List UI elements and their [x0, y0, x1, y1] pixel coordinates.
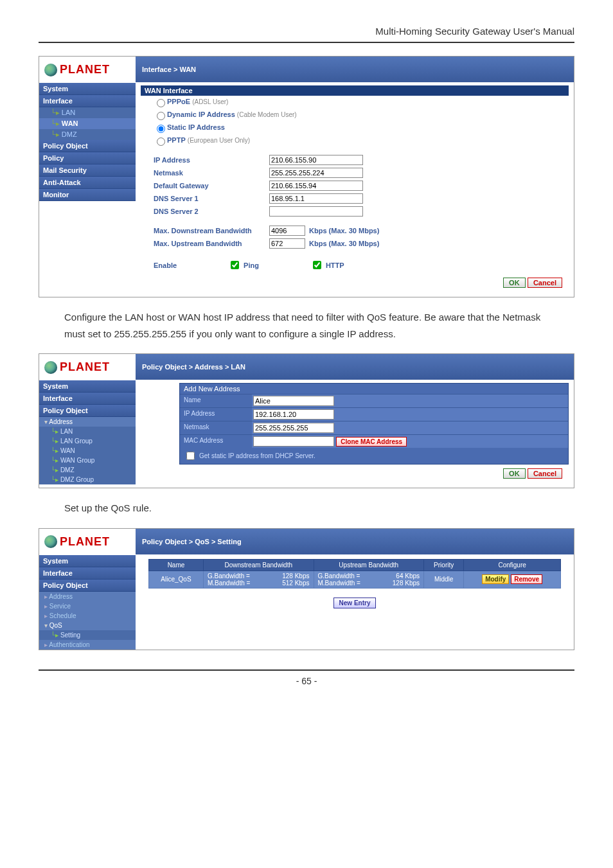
nav-service[interactable]: ▸ Service: [39, 601, 136, 611]
doc-header: Multi-Homing Security Gateway User's Man…: [39, 26, 574, 43]
label-name: Name: [180, 394, 252, 407]
col-priority: Priority: [424, 559, 464, 571]
cell-priority: Middle: [424, 571, 464, 588]
col-name: Name: [149, 559, 204, 571]
nav-policy-object[interactable]: Policy Object: [39, 405, 136, 417]
input-ip-address[interactable]: [269, 155, 363, 165]
nav-interface[interactable]: Interface: [39, 393, 136, 405]
screenshot-qos-setting: PLANET Policy Object > QoS > Setting Sys…: [39, 528, 574, 650]
nav-policy-object[interactable]: Policy Object: [39, 140, 136, 152]
nav-addr-wangroup[interactable]: └▸ WAN Group: [39, 456, 136, 465]
nav-address[interactable]: ▾ Address: [39, 417, 136, 427]
input-netmask[interactable]: [269, 168, 363, 178]
nav-mail-security[interactable]: Mail Security: [39, 164, 136, 177]
nav-system[interactable]: System: [39, 555, 136, 567]
table-row: Alice_QoS G.Bandwidth =128 Kbps M.Bandwi…: [149, 571, 561, 588]
page-number: - 65 -: [39, 669, 574, 686]
screenshot-wan-interface: PLANET Interface > WAN System Interface …: [39, 56, 574, 297]
label-default-gateway: Default Gateway: [154, 182, 269, 190]
breadcrumb: Interface > WAN: [136, 57, 574, 82]
nav-addr-lan[interactable]: └▸ LAN: [39, 427, 136, 436]
label-http: HTTP: [326, 261, 344, 269]
checkbox-http[interactable]: [313, 261, 321, 269]
nav-qos-setting[interactable]: └▸ Setting: [39, 630, 136, 640]
qos-table: Name Downstream Bandwidth Upstream Bandw…: [148, 559, 561, 589]
globe-icon: [44, 535, 57, 548]
unit-up: Kbps (Max. 30 Mbps): [309, 240, 379, 247]
input-netmask2[interactable]: [253, 423, 334, 433]
input-max-up[interactable]: [269, 238, 305, 249]
nav-authentication[interactable]: ▸ Authentication: [39, 640, 136, 650]
label-ping: Ping: [244, 261, 259, 269]
nav-system[interactable]: System: [39, 83, 136, 95]
radio-dynamic-ip[interactable]: Dynamic IP Address (Cable Modem User): [141, 109, 569, 121]
input-dns2[interactable]: [269, 206, 363, 217]
modify-button[interactable]: Modify: [482, 574, 509, 584]
screenshot-add-address: PLANET Policy Object > Address > LAN Sys…: [39, 353, 574, 488]
input-default-gateway[interactable]: [269, 181, 363, 191]
nav-addr-wan[interactable]: └▸ WAN: [39, 446, 136, 456]
input-mac[interactable]: [253, 436, 334, 447]
label-dns1: DNS Server 1: [154, 195, 269, 202]
input-dns1[interactable]: [269, 193, 363, 204]
clone-mac-button[interactable]: Clone MAC Address: [336, 437, 407, 447]
radio-static-ip[interactable]: Static IP Address: [141, 121, 569, 134]
label-enable: Enable: [154, 261, 177, 269]
remove-button[interactable]: Remove: [511, 574, 542, 584]
cancel-button[interactable]: Cancel: [528, 468, 562, 479]
nav-interface[interactable]: Interface: [39, 95, 136, 107]
label-ipaddr: IP Address: [180, 408, 252, 421]
label-max-up: Max. Upstream Bandwidth: [154, 240, 269, 247]
body-text-2: Set up the QoS rule.: [39, 500, 574, 517]
nav-anti-attack[interactable]: Anti-Attack: [39, 177, 136, 189]
cell-down: G.Bandwidth =128 Kbps M.Bandwidth =512 K…: [203, 571, 314, 588]
nav-monitor[interactable]: Monitor: [39, 189, 136, 201]
label-netmask: Netmask: [180, 421, 252, 434]
input-name[interactable]: [253, 396, 334, 406]
checkbox-dhcp[interactable]: [186, 452, 195, 460]
nav-system[interactable]: System: [39, 380, 136, 393]
radio-pptp[interactable]: PPTP (European User Only): [141, 134, 569, 147]
ok-button[interactable]: OK: [503, 468, 526, 479]
nav-addr-dmz[interactable]: └▸ DMZ: [39, 465, 136, 475]
logo-text: PLANET: [60, 360, 110, 374]
nav-schedule[interactable]: ▸ Schedule: [39, 611, 136, 621]
radio-pppoe[interactable]: PPPoE (ADSL User): [141, 96, 569, 109]
cell-configure: Modify Remove: [464, 571, 561, 588]
nav-addr-dmzgroup[interactable]: └▸ DMZ Group: [39, 475, 136, 484]
nav-sidebar: System Interface └▸ LAN └▸ WAN └▸ DMZ Po…: [39, 83, 136, 201]
cell-name: Alice_QoS: [149, 571, 204, 588]
nav-policy-object[interactable]: Policy Object: [39, 580, 136, 592]
body-text-1: Configure the LAN host or WAN host IP ad…: [39, 309, 574, 342]
nav-sidebar: System Interface Policy Object ▸ Address…: [39, 555, 136, 650]
nav-lan[interactable]: └▸ LAN: [39, 107, 136, 118]
nav-policy[interactable]: Policy: [39, 152, 136, 164]
add-address-title: Add New Address: [180, 384, 568, 394]
logo: PLANET: [39, 529, 136, 555]
breadcrumb: Policy Object > QoS > Setting: [136, 529, 574, 554]
label-mac: MAC Address: [180, 435, 252, 448]
nav-dmz[interactable]: └▸ DMZ: [39, 129, 136, 140]
logo: PLANET: [39, 354, 136, 380]
nav-address[interactable]: ▸ Address: [39, 592, 136, 601]
breadcrumb: Policy Object > Address > LAN: [136, 354, 574, 380]
label-ip-address: IP Address: [154, 156, 269, 164]
input-ipaddr[interactable]: [253, 409, 334, 420]
ok-button[interactable]: OK: [503, 278, 526, 288]
nav-sidebar: System Interface Policy Object ▾ Address…: [39, 380, 136, 484]
col-up: Upstream Bandwidth: [314, 559, 424, 571]
nav-wan[interactable]: └▸ WAN: [39, 118, 136, 129]
cancel-button[interactable]: Cancel: [528, 278, 562, 288]
nav-interface[interactable]: Interface: [39, 567, 136, 580]
checkbox-ping[interactable]: [231, 261, 239, 269]
nav-addr-langroup[interactable]: └▸ LAN Group: [39, 436, 136, 446]
logo-text: PLANET: [60, 63, 110, 76]
globe-icon: [44, 361, 57, 374]
label-netmask: Netmask: [154, 169, 269, 177]
label-max-down: Max. Downstream Bandwidth: [154, 227, 269, 235]
nav-qos[interactable]: ▾ QoS: [39, 621, 136, 630]
cell-up: G.Bandwidth =64 Kbps M.Bandwidth =128 Kb…: [314, 571, 424, 588]
col-down: Downstream Bandwidth: [203, 559, 314, 571]
input-max-down[interactable]: [269, 226, 305, 236]
new-entry-button[interactable]: New Entry: [333, 598, 377, 608]
